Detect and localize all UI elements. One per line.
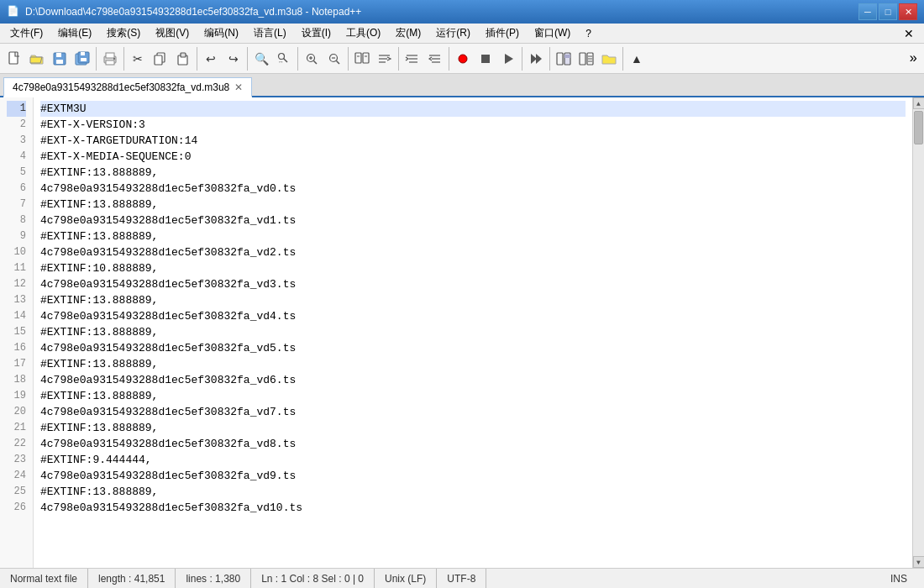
svg-text:↔: ↔ xyxy=(278,59,284,65)
paste-button[interactable] xyxy=(172,48,194,70)
macro-play-button[interactable] xyxy=(497,48,519,70)
file-type-status: Normal text file xyxy=(7,569,88,588)
code-line: #EXTINF:9.444444, xyxy=(40,452,906,468)
menu-encoding[interactable]: 编码(N) xyxy=(197,24,245,42)
toolbar-overflow[interactable]: » xyxy=(906,51,921,66)
redo-button[interactable]: ↪ xyxy=(223,48,244,70)
print-button[interactable] xyxy=(99,48,121,70)
svg-marker-44 xyxy=(505,54,513,64)
unindent-button[interactable] xyxy=(424,48,446,70)
line-number: 26 xyxy=(7,500,26,516)
new-button[interactable] xyxy=(3,48,25,70)
save-all-button[interactable] xyxy=(71,48,93,70)
replace-button[interactable]: ↔ xyxy=(273,48,295,70)
maximize-button[interactable]: □ xyxy=(879,3,897,20)
line-number: 16 xyxy=(7,340,26,356)
menu-window[interactable]: 窗口(W) xyxy=(528,24,577,42)
panel-close[interactable]: ✕ xyxy=(897,27,921,40)
code-line: #EXT-X-VERSION:3 xyxy=(40,117,906,133)
document-map-button[interactable] xyxy=(553,48,575,70)
sync-scroll-button[interactable] xyxy=(351,48,373,70)
line-number: 22 xyxy=(7,436,26,452)
indent-button[interactable] xyxy=(402,48,423,70)
close-button[interactable]: ✕ xyxy=(899,3,917,20)
menu-help[interactable]: ? xyxy=(579,26,598,41)
macro-stop-button[interactable] xyxy=(475,48,496,70)
tab-bar: 4c798e0a9315493288d1ec5ef30832fa_vd.m3u8… xyxy=(0,74,924,97)
svg-rect-29 xyxy=(355,53,361,63)
undo-button[interactable]: ↩ xyxy=(200,48,222,70)
menu-language[interactable]: 语言(L) xyxy=(247,24,293,42)
svg-rect-16 xyxy=(155,55,162,65)
menu-tools[interactable]: 工具(O) xyxy=(339,24,387,42)
encoding-status: UTF-8 xyxy=(437,569,486,588)
code-line: #EXTINF:10.888889, xyxy=(40,260,906,276)
code-line: #EXTINF:13.888889, xyxy=(40,356,906,372)
svg-line-20 xyxy=(284,58,288,62)
code-line: #EXT-X-MEDIA-SEQUENCE:0 xyxy=(40,149,906,165)
line-number: 21 xyxy=(7,420,26,436)
zoom-in-button[interactable] xyxy=(301,48,323,70)
tab-filename: 4c798e0a9315493288d1ec5ef30832fa_vd.m3u8 xyxy=(13,81,229,93)
insert-mode-status: INS xyxy=(880,569,917,588)
scroll-thumb[interactable] xyxy=(914,111,923,144)
menu-edit[interactable]: 编辑(E) xyxy=(51,24,98,42)
title-bar-left: 📄 D:\Download\4c798e0a9315493288d1ec5ef3… xyxy=(7,5,361,18)
word-wrap-button[interactable] xyxy=(374,48,396,70)
scroll-up-arrow[interactable]: ▲ xyxy=(913,97,925,109)
menu-run[interactable]: 运行(R) xyxy=(429,24,477,42)
code-line: #EXTINF:13.888889, xyxy=(40,324,906,340)
menu-search[interactable]: 搜索(S) xyxy=(100,24,147,42)
code-line: 4c798e0a9315493288d1ec5ef30832fa_vd6.ts xyxy=(40,372,906,388)
title-bar: 📄 D:\Download\4c798e0a9315493288d1ec5ef3… xyxy=(0,0,924,24)
line-number: 8 xyxy=(7,213,26,228)
line-number: 17 xyxy=(7,356,26,372)
window-controls[interactable]: ─ □ ✕ xyxy=(858,3,917,20)
svg-rect-18 xyxy=(181,53,186,57)
macro-record-button[interactable] xyxy=(452,48,474,70)
vertical-scrollbar[interactable]: ▲ ▼ xyxy=(912,97,924,568)
tab-close-button[interactable]: ✕ xyxy=(234,82,243,92)
file-tab[interactable]: 4c798e0a9315493288d1ec5ef30832fa_vd.m3u8… xyxy=(3,77,252,97)
lines-status: lines : 1,380 xyxy=(176,569,251,588)
find-button[interactable]: 🔍 xyxy=(250,48,272,70)
svg-line-27 xyxy=(337,60,340,64)
function-list-button[interactable] xyxy=(575,48,597,70)
svg-rect-13 xyxy=(106,60,114,65)
minimize-button[interactable]: ─ xyxy=(858,3,877,20)
monitoring-button[interactable]: ▲ xyxy=(626,48,648,70)
copy-button[interactable] xyxy=(150,48,171,70)
save-button[interactable] xyxy=(49,48,71,70)
scroll-track[interactable] xyxy=(913,109,924,556)
code-line: #EXT-X-TARGETDURATION:14 xyxy=(40,133,906,149)
code-line: 4c798e0a9315493288d1ec5ef30832fa_vd2.ts xyxy=(40,244,906,260)
code-line: #EXTINF:13.888889, xyxy=(40,484,906,500)
svg-marker-46 xyxy=(536,54,542,64)
svg-rect-3 xyxy=(56,53,61,57)
menu-file[interactable]: 文件(F) xyxy=(3,24,50,42)
line-number: 13 xyxy=(7,292,26,308)
zoom-out-button[interactable] xyxy=(323,48,345,70)
line-number: 6 xyxy=(7,181,26,197)
cut-button[interactable]: ✂ xyxy=(127,48,149,70)
menu-macro[interactable]: 宏(M) xyxy=(389,24,428,42)
code-line: 4c798e0a9315493288d1ec5ef30832fa_vd1.ts xyxy=(40,213,906,228)
svg-rect-10 xyxy=(81,58,87,61)
svg-rect-49 xyxy=(564,55,570,58)
menu-plugins[interactable]: 插件(P) xyxy=(479,24,526,42)
menu-view[interactable]: 视图(V) xyxy=(149,24,196,42)
line-number: 1 xyxy=(7,101,26,117)
macro-run-multiple-button[interactable] xyxy=(525,48,547,70)
code-line: #EXTINF:13.888889, xyxy=(40,292,906,308)
code-line: 4c798e0a9315493288d1ec5ef30832fa_vd8.ts xyxy=(40,436,906,452)
scroll-down-arrow[interactable]: ▼ xyxy=(913,556,925,568)
code-line: 4c798e0a9315493288d1ec5ef30832fa_vd5.ts xyxy=(40,340,906,356)
open-button[interactable] xyxy=(26,48,48,70)
line-number: 4 xyxy=(7,149,26,165)
line-number: 25 xyxy=(7,484,26,500)
svg-rect-4 xyxy=(56,60,63,64)
menu-settings[interactable]: 设置(I) xyxy=(295,24,338,42)
menu-bar: 文件(F) 编辑(E) 搜索(S) 视图(V) 编码(N) 语言(L) 设置(I… xyxy=(0,24,924,44)
folder-as-workspace-button[interactable] xyxy=(598,48,620,70)
code-editor[interactable]: #EXTM3U#EXT-X-VERSION:3#EXT-X-TARGETDURA… xyxy=(34,97,912,568)
